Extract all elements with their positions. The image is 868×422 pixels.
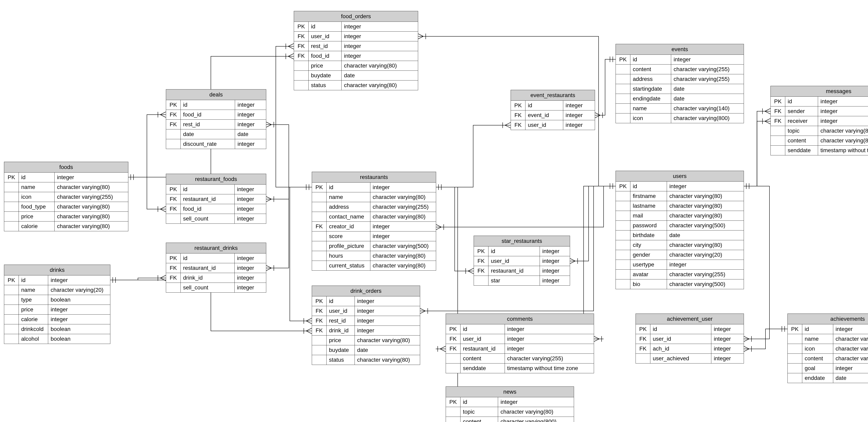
table-row: PKidinteger	[636, 324, 744, 334]
column-type: integer	[711, 324, 744, 334]
column-type: integer	[341, 51, 418, 61]
column-key: PK	[771, 97, 785, 106]
column-type: character varying(255)	[667, 270, 744, 280]
table-foods: foodsPKidintegernamecharacter varying(80…	[4, 162, 128, 231]
column-name: user_id	[461, 334, 505, 344]
column-key	[166, 283, 181, 293]
relationship-drinks-restaurant_drinks	[110, 275, 166, 283]
column-name: content	[630, 65, 671, 74]
table-row: discount_rateinteger	[166, 139, 266, 149]
table-row: FKrestaurant_idinteger	[166, 263, 266, 273]
table-row: pricecharacter varying(80)	[312, 335, 420, 345]
table-header: achievement_user	[636, 314, 744, 324]
table-row: PKidinteger	[294, 22, 418, 32]
column-type: character varying(500)	[667, 221, 744, 230]
svg-line-14	[288, 54, 294, 56]
svg-line-84	[436, 224, 441, 227]
svg-line-138	[743, 346, 749, 349]
table-row: scoreinteger	[312, 231, 436, 241]
column-key	[4, 295, 19, 305]
svg-line-44	[266, 125, 271, 127]
column-key	[4, 212, 19, 222]
column-name: id	[461, 397, 498, 407]
column-type: integer	[235, 110, 266, 120]
column-type: character varying(80)	[498, 407, 574, 417]
column-name: restaurant_id	[489, 266, 540, 276]
column-type: integer	[498, 397, 574, 407]
table-row: hourscharacter varying(80)	[312, 251, 436, 261]
table-restaurant_foods: restaurant_foodsPKidintegerFKrestaurant_…	[166, 174, 266, 224]
relationship-restaurant_drinks-restaurants	[266, 184, 312, 271]
column-name: star	[489, 276, 540, 286]
column-name: name	[19, 182, 55, 192]
column-key	[446, 407, 461, 417]
table-row: mailcharacter varying(80)	[616, 211, 744, 221]
column-key: PK	[616, 182, 630, 191]
column-type: character varying(255)	[55, 192, 128, 202]
svg-line-124	[765, 111, 771, 114]
table-row: FKach_idinteger	[636, 344, 744, 354]
svg-line-136	[743, 339, 749, 342]
column-type: character varying(500)	[370, 241, 436, 251]
table-row: profile_picturecharacter varying(500)	[312, 241, 436, 251]
svg-line-32	[266, 199, 271, 202]
column-key: PK	[294, 22, 309, 32]
column-type: character varying(80)	[370, 212, 436, 222]
table-header: comments	[446, 314, 594, 324]
column-name: creator_id	[327, 222, 370, 231]
table-row: FKfood_idinteger	[294, 51, 418, 61]
column-key: FK	[294, 41, 309, 51]
column-key	[446, 363, 461, 373]
svg-line-30	[266, 196, 271, 199]
column-type: integer	[563, 101, 595, 110]
table-row: iconcharacter varying(255)	[788, 344, 868, 354]
table-row: PKidinteger	[616, 55, 744, 65]
svg-line-92	[418, 36, 423, 39]
table-event_restaurants: event_restaurantsPKidintegerFKevent_idin…	[510, 90, 595, 130]
table-row: contentcharacter varying(800)	[771, 136, 868, 145]
column-type: integer	[563, 120, 595, 130]
table-row: topiccharacter varying(80)	[446, 407, 574, 417]
svg-line-42	[266, 122, 271, 125]
column-key: FK	[166, 194, 181, 204]
relationship-star_restaurants-users	[569, 183, 616, 264]
column-key	[4, 182, 19, 192]
table-row: typeboolean	[4, 295, 110, 305]
column-key	[4, 315, 19, 324]
column-key	[771, 126, 785, 136]
table-achievement_user: achievement_userPKidintegerFKuser_idinte…	[636, 314, 744, 363]
svg-line-56	[306, 321, 312, 324]
column-name: content	[461, 417, 498, 422]
column-key	[312, 345, 327, 355]
column-type: integer	[711, 334, 744, 344]
column-name: sell_count	[181, 214, 235, 224]
table-row: addresscharacter varying(255)	[312, 202, 436, 212]
column-key	[616, 230, 630, 240]
column-name: sell_count	[181, 283, 235, 293]
column-type: character varying(80)	[341, 61, 418, 71]
column-key	[446, 417, 461, 422]
table-comments: commentsPKidintegerFKuser_idintegerFKres…	[446, 314, 594, 373]
table-row: drinkcoldboolean	[4, 324, 110, 334]
table-row: FKrest_idinteger	[166, 120, 266, 129]
column-type: integer	[235, 194, 266, 204]
table-row: datedate	[166, 129, 266, 139]
column-name: restaurant_id	[181, 194, 235, 204]
relationship-foods-deals	[128, 112, 166, 180]
relationship-users-messages	[743, 119, 771, 189]
table-row: FKrestaurant_idinteger	[166, 194, 266, 204]
table-star_restaurants: star_restaurantsPKidintegerFKuser_idinte…	[474, 236, 570, 286]
column-name: status	[309, 80, 342, 90]
table-row: priceinteger	[4, 305, 110, 315]
column-name: rest_id	[181, 120, 235, 129]
svg-line-20	[160, 275, 166, 278]
column-name: id	[489, 247, 540, 256]
column-type: character varying(20)	[667, 250, 744, 260]
table-restaurant_drinks: restaurant_drinksPKidintegerFKrestaurant…	[166, 242, 266, 293]
column-type: character varying(80)	[55, 222, 128, 231]
column-key: PK	[166, 100, 181, 110]
column-key	[474, 276, 489, 286]
table-row: FKuser_idinteger	[312, 306, 420, 316]
relationship-restaurants-users	[436, 183, 616, 230]
column-key: PK	[616, 55, 630, 65]
